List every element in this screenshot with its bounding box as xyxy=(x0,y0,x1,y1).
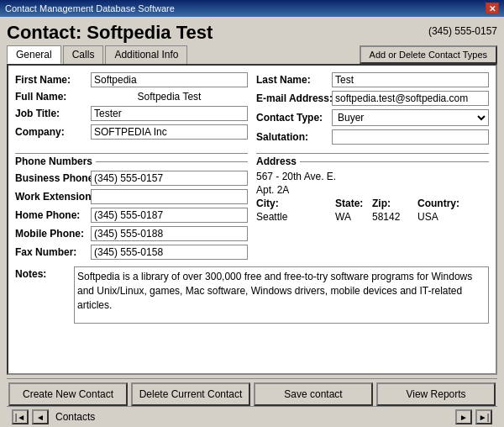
state-value: WA xyxy=(335,211,369,223)
tab-bar: General Calls Additional Info xyxy=(7,45,189,64)
title-bar: Contact Management Database Software ✕ xyxy=(0,0,504,17)
full-name-row: Full Name: Softpedia Test xyxy=(15,91,248,103)
mobile-phone-input[interactable] xyxy=(91,226,248,241)
nav-prev-button[interactable]: ◄ xyxy=(32,409,49,424)
first-name-row: First Name: xyxy=(15,72,248,87)
tab-calls[interactable]: Calls xyxy=(63,45,104,64)
job-title-row: Job Title: xyxy=(15,106,248,121)
header-phone: (345) 555-0157 xyxy=(428,22,497,37)
first-name-label: First Name: xyxy=(15,74,91,86)
contact-type-row: Contact Type: Buyer Seller Partner xyxy=(256,109,489,126)
business-phone-input[interactable] xyxy=(91,171,248,186)
full-name-value: Softpedia Test xyxy=(91,91,248,103)
salutation-row: Salutation: xyxy=(256,129,489,145)
fax-input[interactable] xyxy=(91,245,248,260)
mobile-phone-label: Mobile Phone: xyxy=(15,228,91,240)
work-ext-row: Work Extension: xyxy=(15,189,248,204)
first-name-input[interactable] xyxy=(91,72,248,87)
fax-label: Fax Number: xyxy=(15,246,91,258)
salutation-input[interactable] xyxy=(332,129,489,145)
work-ext-label: Work Extension: xyxy=(15,191,91,203)
zip-label: Zip: xyxy=(372,198,414,209)
full-name-label: Full Name: xyxy=(15,91,91,103)
email-row: E-mail Address: xyxy=(256,91,489,106)
close-button[interactable]: ✕ xyxy=(486,3,499,14)
bottom-buttons: Create New Contact Delete Current Contac… xyxy=(7,378,497,406)
fax-row: Fax Number: xyxy=(15,245,248,260)
last-name-input[interactable] xyxy=(332,72,489,87)
city-value: Seattle xyxy=(256,211,332,223)
view-reports-button[interactable]: View Reports xyxy=(376,382,496,406)
work-ext-input[interactable] xyxy=(91,189,248,204)
nav-last-button[interactable]: ►| xyxy=(475,409,492,424)
status-text: Contacts xyxy=(55,411,95,423)
company-label: Company: xyxy=(15,126,91,138)
status-bar: |◄ ◄ Contacts ► ►| xyxy=(7,406,497,427)
notes-row: Notes: Softpedia is a library of over 30… xyxy=(15,266,489,324)
left-column: First Name: Full Name: Softpedia Test Jo… xyxy=(15,72,248,148)
phone-section: Phone Numbers Business Phone: Work Exten… xyxy=(15,150,248,263)
nav-first-button[interactable]: |◄ xyxy=(12,409,29,424)
tab-general[interactable]: General xyxy=(7,45,61,64)
header-row: Contact: Softpedia Test (345) 555-0157 xyxy=(7,22,497,44)
home-phone-row: Home Phone: xyxy=(15,208,248,223)
contact-type-label: Contact Type: xyxy=(256,112,332,124)
address-line2: Apt. 2A xyxy=(256,184,489,196)
address-grid: City: State: Zip: Country: Seattle WA 58… xyxy=(256,198,489,223)
add-delete-contact-types-button[interactable]: Add or Delete Contact Types xyxy=(360,45,497,64)
top-form-grid: First Name: Full Name: Softpedia Test Jo… xyxy=(15,72,489,148)
job-title-label: Job Title: xyxy=(15,108,91,119)
email-input[interactable] xyxy=(332,91,489,106)
two-sections: Phone Numbers Business Phone: Work Exten… xyxy=(15,150,489,263)
save-contact-button[interactable]: Save contact xyxy=(254,382,373,406)
last-name-label: Last Name: xyxy=(256,74,332,86)
zip-value: 58142 xyxy=(372,211,414,223)
title-bar-text: Contact Management Database Software xyxy=(5,3,175,13)
phone-section-label: Phone Numbers xyxy=(15,153,248,167)
state-label: State: xyxy=(335,198,369,209)
tab-additional-info[interactable]: Additional Info xyxy=(105,45,187,64)
home-phone-label: Home Phone: xyxy=(15,209,91,221)
mobile-phone-row: Mobile Phone: xyxy=(15,226,248,241)
delete-current-contact-button[interactable]: Delete Current Contact xyxy=(131,382,250,406)
right-column: Last Name: E-mail Address: Contact Type:… xyxy=(256,72,489,148)
company-input[interactable] xyxy=(91,124,248,140)
country-label: Country: xyxy=(417,198,468,209)
business-phone-row: Business Phone: xyxy=(15,171,248,186)
job-title-input[interactable] xyxy=(91,106,248,121)
window-body: Contact: Softpedia Test (345) 555-0157 G… xyxy=(0,17,504,427)
nav-next-button[interactable]: ► xyxy=(455,409,472,424)
city-label: City: xyxy=(256,198,332,209)
salutation-label: Salutation: xyxy=(256,131,332,143)
address-section-label: Address xyxy=(256,153,489,167)
address-line1: 567 - 20th Ave. E. xyxy=(256,171,489,182)
email-label: E-mail Address: xyxy=(256,92,332,104)
company-row: Company: xyxy=(15,124,248,140)
home-phone-input[interactable] xyxy=(91,208,248,223)
last-name-row: Last Name: xyxy=(256,72,489,87)
main-content: First Name: Full Name: Softpedia Test Jo… xyxy=(7,64,497,375)
address-section: Address 567 - 20th Ave. E. Apt. 2A City:… xyxy=(256,150,489,263)
business-phone-label: Business Phone: xyxy=(15,172,91,184)
country-value: USA xyxy=(417,211,468,223)
create-new-contact-button[interactable]: Create New Contact xyxy=(8,382,128,406)
notes-text: Softpedia is a library of over 300,000 f… xyxy=(74,266,489,324)
notes-label: Notes: xyxy=(15,268,74,280)
contact-type-select[interactable]: Buyer Seller Partner xyxy=(332,109,489,126)
tabs-row: General Calls Additional Info Add or Del… xyxy=(7,45,497,64)
page-title: Contact: Softpedia Test xyxy=(7,22,213,44)
